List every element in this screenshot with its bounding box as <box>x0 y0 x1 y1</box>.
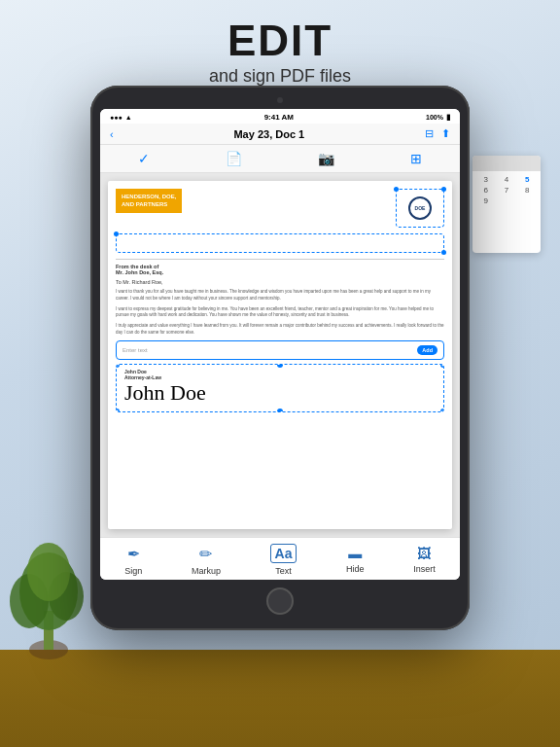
bottom-toolbar: ✒ Sign ✏ Markup Aa Text ▬ Hide 🖼 Insert <box>100 537 460 580</box>
company-name: HENDERSON, DOE, AND PARTNERS <box>116 189 182 213</box>
checkmark-tool[interactable]: ✓ <box>132 149 156 168</box>
status-right: 100% ▮ <box>426 113 450 122</box>
time-display: 9:41 AM <box>264 113 294 122</box>
plant-decoration <box>10 533 88 659</box>
corner-br <box>440 409 444 412</box>
doc-body-2: I want to express my deepest gratitude f… <box>116 306 444 320</box>
text-tool[interactable]: Aa Text <box>270 544 298 576</box>
back-button[interactable]: ‹ <box>110 128 114 140</box>
desk-surface <box>0 650 560 747</box>
doc-to: To Mr. Richard Roe, <box>116 279 444 285</box>
sign-label: Sign <box>124 566 142 576</box>
camera-tool[interactable]: 📷 <box>312 149 340 168</box>
grid-tool[interactable]: ⊞ <box>404 149 428 168</box>
doc-header: HENDERSON, DOE, AND PARTNERS DOE <box>116 189 444 228</box>
ipad-home-button[interactable] <box>266 587 294 615</box>
cal-7: 7 <box>497 186 515 195</box>
cal-6: 6 <box>476 186 495 195</box>
text-input-area[interactable]: Enter text Add <box>116 340 444 360</box>
status-left: ●●● ▲ <box>110 114 132 121</box>
sign-icon: ✒ <box>127 545 140 563</box>
markup-label: Markup <box>192 566 221 576</box>
doc-body-1: I want to thank you for all you have tau… <box>116 289 444 302</box>
insert-tool[interactable]: 🖼 Insert <box>413 546 436 574</box>
calendar-decoration: 3 4 5 6 7 8 9 <box>472 156 541 253</box>
logo-area: DOE <box>396 189 444 228</box>
cal-4: 4 <box>497 175 515 184</box>
cal-8: 8 <box>518 186 537 195</box>
sign-tool[interactable]: ✒ Sign <box>124 545 142 576</box>
cal-5: 5 <box>518 175 537 184</box>
battery-icon: ▮ <box>446 113 450 122</box>
signature-box[interactable]: John DoeAttorney-at-Law John Doe <box>116 364 444 412</box>
logo-inner: DOE <box>408 196 432 220</box>
main-subtitle: and sign PDF files <box>0 66 560 87</box>
nav-title: May 23, Doc 1 <box>233 128 304 140</box>
corner-bl <box>116 409 120 412</box>
signature-cursive: John Doe <box>124 382 436 404</box>
document-page: HENDERSON, DOE, AND PARTNERS DOE From th… <box>108 181 452 529</box>
book-icon[interactable]: ⊟ <box>425 127 434 140</box>
status-bar: ●●● ▲ 9:41 AM 100% ▮ <box>100 109 460 124</box>
ipad-screen: ●●● ▲ 9:41 AM 100% ▮ ‹ May 23, Doc 1 ⊟ ⬆… <box>100 109 460 580</box>
main-title: EDIT <box>0 18 560 64</box>
doc-body-3: I truly appreciate and value everything … <box>116 323 444 337</box>
hide-label: Hide <box>346 564 365 574</box>
doc-divider <box>116 259 444 260</box>
svg-point-5 <box>27 543 70 601</box>
doc-from: From the desk ofMr. John Doe, Esq. <box>116 264 444 275</box>
text-input-placeholder: Enter text <box>122 347 148 353</box>
text-label: Text <box>275 566 292 576</box>
add-button[interactable]: Add <box>417 345 438 355</box>
ipad-frame: ●●● ▲ 9:41 AM 100% ▮ ‹ May 23, Doc 1 ⊟ ⬆… <box>90 86 470 630</box>
battery-label: 100% <box>426 114 443 121</box>
insert-icon: 🖼 <box>417 546 431 561</box>
share-button[interactable]: ⬆ <box>441 127 450 140</box>
top-header: EDIT and sign PDF files <box>0 0 560 96</box>
signal-icon: ●●● <box>110 114 122 121</box>
hide-icon: ▬ <box>348 546 362 561</box>
markup-tool[interactable]: ✏ Markup <box>192 545 221 576</box>
page-tool[interactable]: 📄 <box>220 149 248 168</box>
editing-toolbar: ✓ 📄 📷 ⊞ <box>100 145 460 173</box>
wifi-icon: ▲ <box>125 114 132 121</box>
cal-3: 3 <box>476 175 495 184</box>
markup-icon: ✏ <box>199 545 212 563</box>
nav-bar: ‹ May 23, Doc 1 ⊟ ⬆ <box>100 124 460 145</box>
signer-name: John DoeAttorney-at-Law <box>124 369 436 380</box>
corner-tr <box>440 364 444 368</box>
company-banner: HENDERSON, DOE, AND PARTNERS <box>116 189 182 213</box>
signature-placeholder[interactable] <box>116 233 444 253</box>
cal-9: 9 <box>476 196 495 205</box>
document-area: HENDERSON, DOE, AND PARTNERS DOE From th… <box>100 173 460 537</box>
hide-tool[interactable]: ▬ Hide <box>346 546 365 574</box>
text-icon: Aa <box>270 544 298 563</box>
corner-tl <box>116 364 120 368</box>
insert-label: Insert <box>413 564 436 574</box>
ipad-camera <box>277 97 283 103</box>
nav-icons: ⊟ ⬆ <box>425 127 450 140</box>
